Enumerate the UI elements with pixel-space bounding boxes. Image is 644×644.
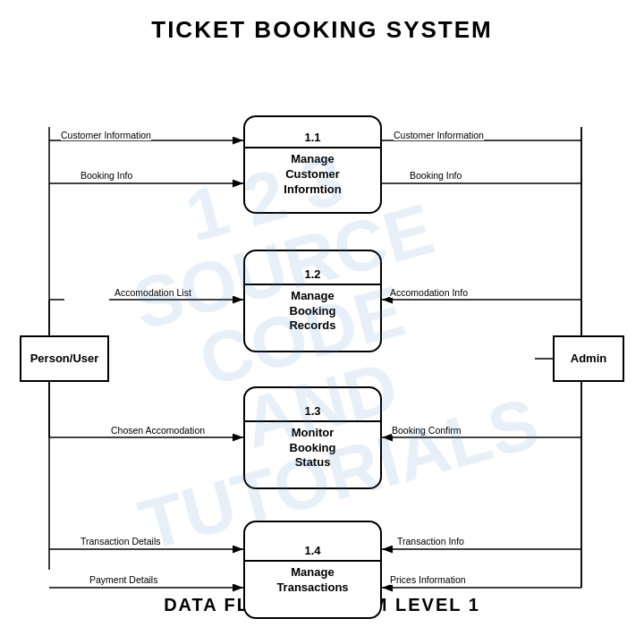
label-booking-info-right: Booking Info (410, 170, 462, 181)
process-14-number: 1.4 (245, 541, 380, 562)
process-11-number: 1.1 (245, 128, 380, 148)
label-booking-confirm: Booking Confirm (392, 425, 462, 436)
label-payment-details: Payment Details (89, 574, 157, 585)
label-transaction-details: Transaction Details (80, 536, 160, 547)
process-13: 1.3 MonitorBookingStatus (243, 386, 382, 489)
entity-person: Person/User (20, 335, 109, 382)
process-14-label: ManageTransactions (273, 562, 352, 599)
entity-admin: Admin (553, 335, 624, 382)
page-title: TICKET BOOKING SYSTEM (0, 0, 644, 51)
process-11: 1.1 ManageCustomerInformtion (243, 115, 382, 214)
process-13-label: MonitorBookingStatus (286, 422, 340, 475)
label-chosen-accomodation: Chosen Accomodation (111, 425, 205, 436)
process-13-number: 1.3 (245, 402, 380, 422)
entity-person-label: Person/User (27, 348, 103, 370)
entity-admin-label: Admin (567, 348, 610, 370)
process-12-label: ManageBookingRecords (285, 285, 339, 338)
label-transaction-info: Transaction Info (397, 536, 464, 547)
process-14: 1.4 ManageTransactions (243, 521, 382, 619)
process-12: 1.2 ManageBookingRecords (243, 250, 382, 352)
label-cust-info-left: Customer Information (61, 130, 151, 140)
process-11-label: ManageCustomerInformtion (280, 148, 344, 201)
label-accomodation-list: Accomodation List (114, 287, 191, 298)
label-cust-info-right: Customer Information (394, 130, 484, 140)
process-12-number: 1.2 (245, 265, 380, 285)
label-booking-info-left: Booking Info (80, 170, 132, 181)
label-accomodation-info: Accomodation Info (390, 287, 468, 298)
label-prices-information: Prices Information (390, 574, 466, 585)
